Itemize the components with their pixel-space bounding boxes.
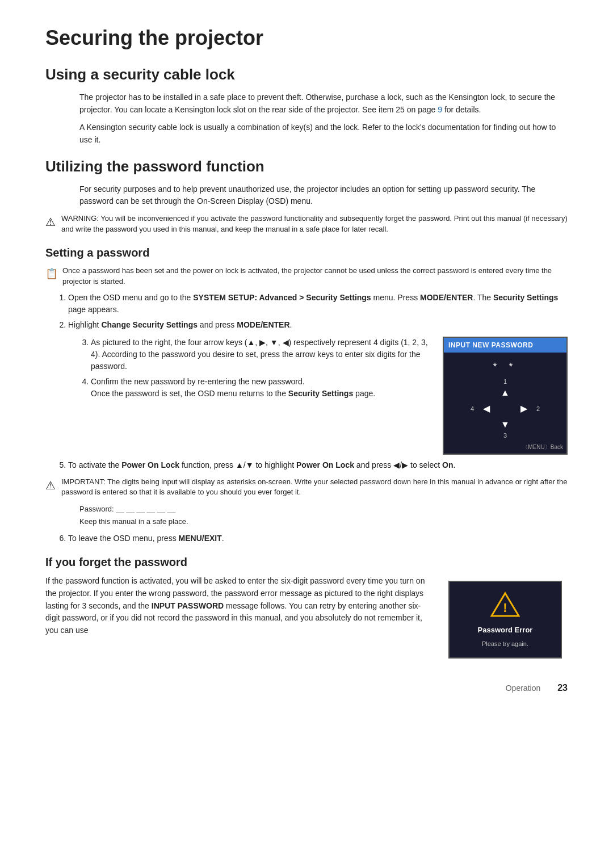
note-text: Once a password has been set and the pow… xyxy=(62,266,568,287)
keep-safe-text: Keep this manual in a safe place. xyxy=(79,516,568,527)
osd-stars: * * xyxy=(453,359,557,375)
warning-text: WARNING: You will be inconvenienced if y… xyxy=(61,213,568,235)
page-title: Securing the projector xyxy=(45,23,568,53)
password-error-image: ! Password Error Please try again. xyxy=(448,581,568,659)
subsection-setting-password: Setting a password 📋 Once a password has… xyxy=(45,244,568,544)
osd-title: INPUT NEW PASSWORD xyxy=(444,338,566,353)
password-error-subtitle: Please try again. xyxy=(456,639,554,649)
cable-lock-para2: A Kensington security cable lock is usua… xyxy=(79,121,568,146)
osd-menu-hint: 〈MENU〉Back xyxy=(444,442,566,454)
note-block-password: 📋 Once a password has been set and the p… xyxy=(45,266,568,287)
footer-page-number: 23 xyxy=(557,681,568,695)
heading-cable-lock: Using a security cable lock xyxy=(45,64,568,86)
section-cable-lock: Using a security cable lock The projecto… xyxy=(45,64,568,146)
steps-3-4-list: As pictured to the right, the four arrow… xyxy=(91,337,429,400)
password-error-triangle-icon: ! xyxy=(490,591,520,617)
osd-num-top: 1 xyxy=(503,377,507,387)
osd-arrow-pad: 1 ▲ 4 ◀ ▶ 2 ▼ xyxy=(482,386,528,431)
osd-input-password: INPUT NEW PASSWORD * * 1 ▲ 4 ◀ ▶ 2 xyxy=(443,337,568,455)
step-3: As pictured to the right, the four arrow… xyxy=(91,337,429,372)
step-5: To activate the Power On Lock function, … xyxy=(68,459,568,471)
section-password-function: Utilizing the password function For secu… xyxy=(45,156,568,235)
password-steps-list: Open the OSD menu and go to the SYSTEM S… xyxy=(68,292,568,331)
cable-lock-para1: The projector has to be installed in a s… xyxy=(79,91,568,116)
osd-new-password-box: INPUT NEW PASSWORD * * 1 ▲ 4 ◀ ▶ 2 xyxy=(443,337,568,455)
osd-arrow-row-mid: 4 ◀ ▶ 2 xyxy=(483,402,527,416)
osd-arrow-left: ◀ xyxy=(483,402,490,416)
heading-forget-password: If you forget the password xyxy=(45,553,568,571)
osd-num-bottom: 3 xyxy=(503,431,507,441)
osd-num-left: 4 xyxy=(471,404,474,413)
heading-password-function: Utilizing the password function xyxy=(45,156,568,178)
password-line: Password: __ __ __ __ __ __ xyxy=(79,504,568,515)
forget-password-content: If the password function is activated, y… xyxy=(45,575,568,659)
password-error-triangle-container: ! xyxy=(456,591,554,620)
warning-block-password: ⚠ WARNING: You will be inconvenienced if… xyxy=(45,213,568,235)
forget-password-para: If the password function is activated, y… xyxy=(45,575,435,636)
step-4: Confirm the new password by re-entering … xyxy=(91,376,429,400)
important-warning-block: ⚠ IMPORTANT: The digits being input will… xyxy=(45,477,568,498)
note-icon: 📋 xyxy=(45,266,58,281)
osd-arrow-row-bottom: ▼ xyxy=(501,418,510,431)
step-5-list: To activate the Power On Lock function, … xyxy=(68,459,568,471)
steps-3-4-text: As pictured to the right, the four arrow… xyxy=(68,337,429,405)
steps-3-4-with-image: As pictured to the right, the four arrow… xyxy=(68,337,568,455)
step-2: Highlight Change Security Settings and p… xyxy=(68,319,568,331)
warning-triangle-icon: ⚠ xyxy=(45,214,56,230)
password-error-title: Password Error xyxy=(456,624,554,636)
page-footer: Operation 23 xyxy=(45,681,568,695)
osd-arrow-down: ▼ xyxy=(501,418,510,431)
step-6-list: To leave the OSD menu, press MENU/EXIT. xyxy=(68,532,568,544)
password-error-box: ! Password Error Please try again. xyxy=(448,581,562,659)
osd-arrow-right: ▶ xyxy=(520,402,527,416)
important-warning-text: IMPORTANT: The digits being input will d… xyxy=(61,477,568,498)
step-6: To leave the OSD menu, press MENU/EXIT. xyxy=(68,532,568,544)
osd-num-right: 2 xyxy=(536,404,540,413)
forget-password-text: If the password function is activated, y… xyxy=(45,575,435,642)
step-1: Open the OSD menu and go to the SYSTEM S… xyxy=(68,292,568,316)
osd-body: * * 1 ▲ 4 ◀ ▶ 2 xyxy=(444,353,566,442)
subsection-forget-password: If you forget the password If the passwo… xyxy=(45,553,568,659)
footer-operation-label: Operation xyxy=(506,682,540,694)
osd-arrow-row-top: ▲ xyxy=(501,386,510,400)
password-function-para1: For security purposes and to help preven… xyxy=(79,183,568,208)
svg-text:!: ! xyxy=(503,601,507,615)
osd-arrow-up: ▲ xyxy=(501,386,510,400)
important-warning-icon: ⚠ xyxy=(45,477,56,494)
heading-setting-password: Setting a password xyxy=(45,244,568,261)
